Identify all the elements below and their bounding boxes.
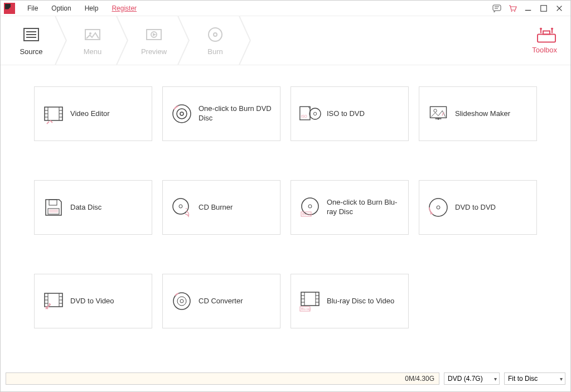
step-label: Burn [207,47,222,56]
preview-step-icon [144,25,163,44]
app-logo-icon [4,3,15,14]
source-step-icon [22,25,41,44]
svg-point-43 [434,109,437,112]
svg-marker-17 [153,33,156,36]
svg-point-69 [177,297,186,306]
svg-text:Blu-ray: Blu-ray [301,307,311,311]
svg-rect-46 [49,200,57,205]
card-cd-converter[interactable]: CD Converter [162,274,280,328]
card-label: CD Converter [199,297,243,306]
menu-help[interactable]: Help [78,4,105,12]
svg-rect-0 [493,5,501,11]
minimize-icon[interactable] [524,4,533,13]
svg-rect-21 [543,31,550,34]
step-menu[interactable]: Menu [62,16,123,65]
card-label: Data Disc [70,203,101,212]
disc-type-value: DVD (4.7G) [448,375,483,383]
step-burn[interactable]: Burn [185,16,246,65]
cd-burner-icon [171,196,193,219]
svg-point-3 [511,11,512,12]
menu-option[interactable]: Option [45,4,78,12]
slideshow-icon [427,103,449,125]
fit-dropdown[interactable]: Fit to Disc [504,372,565,385]
svg-point-50 [173,199,188,214]
card-dvd-to-dvd[interactable]: DVD to DVD [419,180,537,235]
menu-step-icon [83,25,102,44]
video-editor-icon [42,103,65,125]
card-label: ISO to DVD [327,109,365,119]
card-burn-dvd[interactable]: One-click to Burn DVD Disc [162,86,280,141]
card-label: DVD to Video [70,297,114,306]
card-video-editor[interactable]: Video Editor [34,86,152,141]
card-label: One-click to Burn DVD Disc [199,104,272,123]
dvd-to-video-icon [42,290,65,312]
card-label: Video Editor [70,109,110,119]
svg-point-24 [540,27,542,30]
size-text: 0M/4.30G [405,375,434,383]
content-area: Video Editor One-click to Burn DVD Disc … [1,65,570,371]
titlebar: File Option Help Register [1,1,570,16]
feedback-icon[interactable] [492,4,501,13]
toolbox-label: Toolbox [532,45,557,54]
svg-point-4 [514,11,515,12]
svg-rect-6 [541,5,547,11]
card-label: Blu-ray Disc to Video [327,297,394,306]
card-cd-burner[interactable]: CD Burner [162,180,280,235]
svg-point-51 [179,205,182,208]
burn-step-icon [206,25,225,44]
svg-point-40 [309,108,321,119]
step-label: Preview [141,47,167,56]
svg-point-41 [313,112,316,115]
svg-point-19 [214,33,217,36]
card-iso-to-dvd[interactable]: ISO ISO to DVD [291,86,409,141]
bluray-to-video-icon: Blu-ray [299,290,321,312]
close-icon[interactable] [555,4,564,13]
burn-bluray-icon: Blu-ray [299,196,321,219]
svg-text:Blu-ray: Blu-ray [302,212,312,216]
card-slideshow[interactable]: Slideshow Maker [419,86,537,141]
card-label: One-click to Burn Blu-ray Disc [327,198,400,217]
maximize-icon[interactable] [539,4,548,13]
size-progress: 0M/4.30G [6,372,439,385]
card-label: DVD to DVD [455,203,496,212]
cd-converter-icon [171,290,193,312]
toolbox-icon [535,27,554,42]
svg-point-14 [89,32,91,35]
step-source[interactable]: Source [1,16,62,65]
svg-point-52 [186,208,187,209]
step-bar: Source Menu Preview Burn [1,16,570,65]
svg-rect-20 [538,34,555,42]
dvd-to-dvd-icon [427,196,449,219]
burn-dvd-icon [171,103,193,125]
disc-type-dropdown[interactable]: DVD (4.7G) [444,372,500,385]
menu-register[interactable]: Register [105,4,143,12]
toolbox-button[interactable]: Toolbox [532,27,557,54]
cart-icon[interactable] [508,4,517,13]
svg-point-36 [177,109,187,119]
menu-file[interactable]: File [21,4,45,12]
step-label: Source [20,47,42,56]
footer-bar: 0M/4.30G DVD (4.7G) Fit to Disc [0,371,571,386]
svg-point-58 [437,206,440,209]
step-label: Menu [84,47,102,56]
card-data-disc[interactable]: Data Disc [34,180,152,235]
card-label: CD Burner [199,203,233,212]
iso-to-dvd-icon: ISO [299,103,321,125]
svg-text:ISO: ISO [301,114,307,118]
svg-rect-47 [48,209,59,214]
card-burn-bluray[interactable]: Blu-ray One-click to Burn Blu-ray Disc [291,180,409,235]
svg-point-25 [551,27,553,30]
card-label: Slideshow Maker [455,109,510,119]
card-dvd-to-video[interactable]: DVD to Video [34,274,152,328]
svg-point-70 [180,299,183,303]
fit-value: Fit to Disc [508,375,538,383]
card-bluray-to-video[interactable]: Blu-ray Blu-ray Disc to Video [291,274,409,328]
svg-point-37 [180,112,183,115]
data-disc-icon [42,196,65,219]
svg-point-54 [308,205,312,208]
svg-point-18 [209,28,222,41]
step-preview[interactable]: Preview [123,16,185,65]
